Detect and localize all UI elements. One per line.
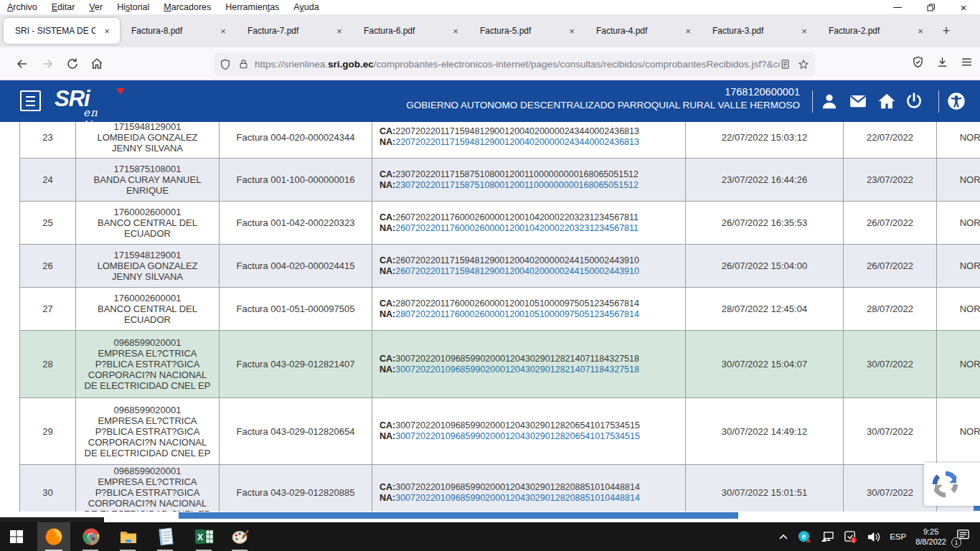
recaptcha-badge[interactable] (924, 463, 980, 506)
ca-label: CA: (380, 212, 395, 222)
reload-button[interactable] (66, 57, 79, 70)
tracking-protection-shield-icon[interactable] (220, 59, 231, 70)
na-value-link[interactable]: 2307202201171587510800120011000000000168… (395, 180, 639, 190)
na-value-link[interactable]: 2607202201176000260000120010420002203231… (395, 223, 639, 233)
tab-sri-sistema-de-comp[interactable]: SRI - SISTEMA DE COMP× (4, 18, 120, 44)
tray-chevron-icon[interactable] (778, 533, 788, 540)
access-key-line: NA:2807202201176000260000120010510000975… (380, 309, 639, 320)
row-number-cell: 24 (20, 159, 76, 201)
entity-cell: 1760002600001 BANCO CENTRAL DEL ECUADOR (76, 202, 220, 244)
firefox-icon (44, 527, 63, 546)
tab-factura-5-pdf[interactable]: Factura-5.pdf× (468, 18, 585, 44)
app-menu-icon[interactable] (961, 56, 973, 68)
ca-label: CA: (380, 354, 395, 364)
horizontal-scrollbar-thumb[interactable] (179, 512, 738, 519)
minimize-button[interactable]: — (881, 0, 914, 14)
menu-ayuda[interactable]: Ayuda (286, 2, 326, 12)
access-key-line: NA:3007202201096859902000120430290128214… (380, 364, 639, 375)
taskbar-paint-icon[interactable] (224, 522, 257, 551)
downloads-icon[interactable] (936, 56, 948, 68)
row-number-cell: 23 (20, 122, 76, 158)
reader-view-icon[interactable] (780, 59, 791, 70)
tab-close-icon[interactable]: × (798, 26, 810, 37)
clock[interactable]: 9:25 8/8/2022 (915, 527, 946, 547)
table-row[interactable]: 290968599020001 EMPRESA EL?CTRICA P?BLIC… (20, 398, 980, 465)
table-row[interactable]: 300968599020001 EMPRESA EL?CTRICA P?BLIC… (20, 465, 980, 512)
na-value-link[interactable]: 2607202201171594812900120040200000244150… (395, 266, 639, 276)
tab-strip-tabs: SRI - SISTEMA DE COMP×Factura-8.pdf×Fact… (0, 14, 933, 47)
ca-label: CA: (380, 298, 395, 309)
accessibility-icon[interactable] (947, 92, 966, 110)
ca-value: 2307202201171587510800120011000000000168… (395, 169, 639, 179)
language-indicator[interactable]: ESP (890, 532, 906, 541)
na-value-link[interactable]: 2807202201176000260000120010510000975051… (395, 309, 639, 319)
table-row[interactable]: 261715948129001 LOMBEIDA GONZALEZ JENNY … (20, 245, 980, 288)
taskbar-chrome-icon[interactable] (75, 522, 108, 551)
taskbar-file-explorer-icon[interactable] (112, 522, 145, 551)
close-button[interactable]: × (947, 0, 980, 14)
authorization-key-line: CA:2307202201171587510800120011000000000… (380, 169, 639, 180)
table-row[interactable]: 280968599020001 EMPRESA EL?CTRICA P?BLIC… (20, 331, 980, 398)
tab-close-icon[interactable]: × (450, 26, 461, 37)
start-button[interactable] (0, 522, 33, 551)
restore-button[interactable] (914, 0, 947, 14)
table-row[interactable]: 231715948129001 LOMBEIDA GONZALEZ JENNY … (20, 122, 980, 159)
tab-close-icon[interactable]: × (334, 26, 345, 37)
antivirus-tray-icon[interactable]: e (798, 530, 811, 544)
menu-historial[interactable]: Historial (110, 2, 156, 12)
menu-editar[interactable]: Editar (44, 2, 83, 12)
tab-close-icon[interactable]: × (566, 26, 578, 37)
bookmark-star-icon[interactable] (798, 59, 809, 70)
table-row[interactable]: 271760002600001 BANCO CENTRAL DEL ECUADO… (20, 288, 980, 331)
table-row[interactable]: 241715875108001 BANDA CURAY MANUEL ENRIQ… (20, 159, 980, 202)
tab-close-icon[interactable]: × (217, 26, 229, 37)
tab-close-icon[interactable]: × (101, 26, 113, 37)
lock-icon[interactable] (238, 59, 249, 70)
taskbar-excel-icon[interactable]: X (188, 522, 221, 551)
home-button[interactable] (90, 57, 103, 70)
ca-label: CA: (380, 255, 395, 265)
tab-close-icon[interactable]: × (682, 26, 694, 37)
forward-button (41, 57, 54, 70)
excel-icon: X (195, 528, 214, 545)
windows-logo-icon (9, 529, 24, 544)
back-button[interactable] (16, 57, 29, 70)
na-value-link[interactable]: 2207202201171594812900120040200000243440… (395, 137, 639, 147)
user-icon[interactable] (820, 92, 839, 110)
tab-factura-6-pdf[interactable]: Factura-6.pdf× (352, 18, 468, 44)
ca-value: 2607202201176000260000120010420002203231… (395, 212, 639, 222)
na-value-link[interactable]: 3007202201096859902000120430290128214071… (395, 364, 639, 375)
tab-factura-2-pdf[interactable]: Factura-2.pdf× (817, 18, 933, 44)
sri-logo[interactable]: SRi en línea (55, 86, 90, 112)
menu-ver[interactable]: Ver (82, 2, 110, 12)
menu-archivo[interactable]: Archivo (0, 2, 44, 12)
action-center-button[interactable]: 1 (956, 529, 970, 545)
logout-power-icon[interactable] (905, 92, 923, 110)
table-row[interactable]: 251760002600001 BANCO CENTRAL DEL ECUADO… (20, 202, 980, 245)
tab-factura-3-pdf[interactable]: Factura-3.pdf× (701, 18, 817, 44)
tab-close-icon[interactable]: × (915, 26, 926, 37)
entity-cell: 1715948129001 LOMBEIDA GONZALEZ JENNY SI… (76, 122, 220, 158)
menu-marcadores[interactable]: Marcadores (156, 2, 218, 12)
tab-title: Factura-2.pdf (829, 26, 909, 36)
volume-tray-icon[interactable] (867, 531, 880, 543)
ca-value: 3007202201096859902000120430290128214071… (395, 354, 639, 364)
home-icon[interactable] (877, 92, 896, 110)
security-alert-tray-icon[interactable]: ! (844, 530, 857, 544)
na-value-link[interactable]: 3007202201096859902000120430290128208851… (395, 493, 640, 503)
taskbar-firefox-icon[interactable] (37, 522, 70, 551)
mail-icon[interactable] (849, 92, 867, 110)
new-tab-button[interactable]: + (936, 21, 956, 41)
tab-factura-8-pdf[interactable]: Factura-8.pdf× (120, 18, 236, 44)
taskbar-notepad-icon[interactable] (149, 522, 182, 551)
sri-menu-button[interactable] (20, 90, 41, 111)
tab-factura-4-pdf[interactable]: Factura-4.pdf× (585, 18, 701, 44)
address-bar[interactable]: https://srienlinea.sri.gob.ec/comprobant… (214, 52, 815, 76)
na-value-link[interactable]: 3007202201096859902000120430290128206541… (395, 431, 640, 441)
access-keys-cell: CA:2307202201171587510800120011000000000… (372, 159, 686, 201)
menu-herramientas[interactable]: Herramientas (218, 2, 286, 12)
row-number-cell: 27 (20, 288, 76, 330)
network-tray-icon[interactable] (821, 531, 834, 543)
account-protections-icon[interactable] (912, 56, 924, 68)
tab-factura-7-pdf[interactable]: Factura-7.pdf× (236, 18, 352, 44)
